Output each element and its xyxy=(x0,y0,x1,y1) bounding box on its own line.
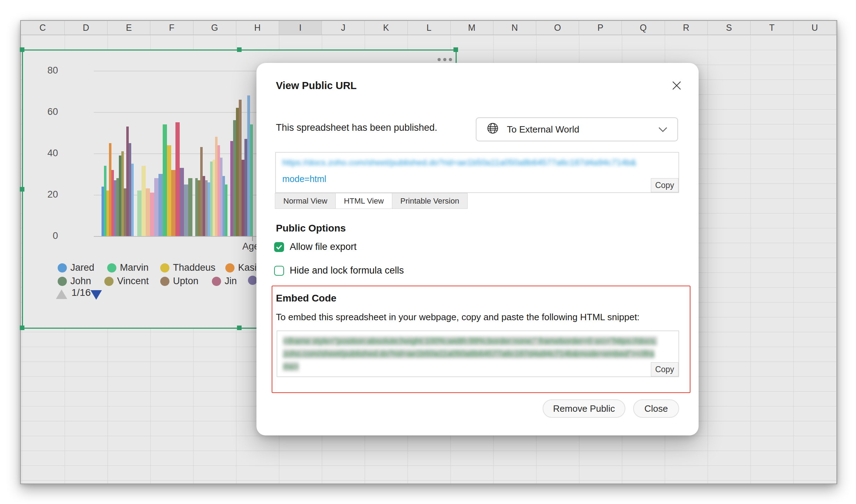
legend-dot-icon xyxy=(107,263,116,272)
audience-dropdown[interactable]: To External World xyxy=(476,117,678,141)
bar xyxy=(225,184,227,236)
y-axis-tick-label: 0 xyxy=(33,230,58,241)
legend-page-down-icon[interactable] xyxy=(91,290,102,300)
selection-handle-top-right[interactable] xyxy=(453,47,458,52)
bar xyxy=(171,170,175,236)
column-header-P[interactable]: P xyxy=(579,21,622,35)
y-axis-tick-label: 20 xyxy=(33,189,58,200)
bar xyxy=(210,162,213,236)
chart-x-axis-tick xyxy=(252,236,253,241)
bar xyxy=(180,168,184,236)
column-header-D[interactable]: D xyxy=(65,21,108,35)
chevron-down-icon xyxy=(658,124,667,135)
chart-options-ellipsis-icon[interactable] xyxy=(438,55,457,63)
bar xyxy=(126,127,129,236)
column-header-M[interactable]: M xyxy=(451,21,493,35)
tab-html-view[interactable]: HTML View xyxy=(335,193,392,209)
legend-label: Marvin xyxy=(120,262,149,273)
selection-handle-bottom-middle[interactable] xyxy=(237,326,242,330)
public-url-link[interactable]: https://docs.zoho.com/sheet/published.do… xyxy=(282,158,670,168)
checkbox-unchecked-icon[interactable] xyxy=(274,266,284,276)
legend-dot-icon xyxy=(104,277,114,286)
selection-handle-bottom-left[interactable] xyxy=(20,326,24,330)
bar xyxy=(208,182,210,236)
embed-snippet-text[interactable]: <iframe style="position:absolute;height:… xyxy=(283,335,660,373)
bar xyxy=(124,188,126,236)
option-label: Hide and lock formula cells xyxy=(290,265,404,276)
legend-entry-thaddeus: Thaddeus xyxy=(160,262,215,273)
column-header-G[interactable]: G xyxy=(193,21,236,35)
column-header-L[interactable]: L xyxy=(408,21,451,35)
column-header-K[interactable]: K xyxy=(365,21,407,35)
bar xyxy=(242,160,244,236)
legend-dot-icon xyxy=(248,276,257,285)
bar xyxy=(218,145,220,236)
bar xyxy=(137,191,141,236)
column-header-S[interactable]: S xyxy=(708,21,751,35)
bar xyxy=(205,180,208,236)
column-header-Q[interactable]: Q xyxy=(622,21,665,35)
legend-label: Upton xyxy=(173,276,198,287)
bar xyxy=(215,137,218,236)
column-header-T[interactable]: T xyxy=(751,21,793,35)
legend-label: Thaddeus xyxy=(173,262,215,273)
bar xyxy=(116,178,119,236)
legend-label: Vincent xyxy=(117,276,149,287)
bar xyxy=(244,139,247,236)
public-url-mode-param[interactable]: mode=html xyxy=(282,174,326,184)
bar-group-2 xyxy=(137,122,192,236)
bar xyxy=(200,147,203,236)
bar-group-3 xyxy=(195,137,227,236)
tab-printable-version[interactable]: Printable Version xyxy=(392,193,468,209)
column-header-I[interactable]: I xyxy=(279,21,322,35)
bar xyxy=(158,174,163,236)
column-header-O[interactable]: O xyxy=(536,21,579,35)
column-header-R[interactable]: R xyxy=(665,21,708,35)
column-header-J[interactable]: J xyxy=(322,21,365,35)
legend-entry-upton: Upton xyxy=(160,276,198,287)
option-label: Allow file export xyxy=(290,241,357,252)
bar xyxy=(119,156,121,236)
close-button[interactable]: Close xyxy=(633,399,679,418)
legend-label: Jared xyxy=(70,262,94,273)
view-public-url-dialog: View Public URL This spreadsheet has bee… xyxy=(256,63,699,435)
embed-snippet-box: <iframe style="position:absolute;height:… xyxy=(277,330,679,377)
bar xyxy=(167,145,171,236)
bar xyxy=(236,108,239,236)
checkbox-checked-icon[interactable] xyxy=(274,242,284,252)
legend-label: John xyxy=(70,276,91,287)
tab-normal-view[interactable]: Normal View xyxy=(275,193,336,209)
copy-url-button[interactable]: Copy xyxy=(651,178,678,192)
bar xyxy=(114,180,116,236)
column-header-H[interactable]: H xyxy=(236,21,279,35)
legend-entry-jared: Jared xyxy=(58,262,94,273)
public-url-box: https://docs.zoho.com/sheet/published.do… xyxy=(275,152,679,193)
bar xyxy=(203,176,205,236)
close-icon[interactable] xyxy=(670,78,684,93)
legend-dot-icon xyxy=(58,263,67,272)
column-header-N[interactable]: N xyxy=(493,21,536,35)
column-header-E[interactable]: E xyxy=(108,21,150,35)
legend-dot-icon xyxy=(160,263,169,272)
public-options-heading: Public Options xyxy=(276,223,346,234)
bar-group-4 xyxy=(230,95,253,236)
column-header-U[interactable]: U xyxy=(793,21,836,35)
y-axis-tick-label: 80 xyxy=(33,65,58,76)
embed-code-heading: Embed Code xyxy=(276,293,336,304)
legend-entry-marvin: Marvin xyxy=(107,262,149,273)
column-header-F[interactable]: F xyxy=(150,21,193,35)
bar xyxy=(195,178,198,236)
bar xyxy=(247,95,250,236)
selection-handle-top-middle[interactable] xyxy=(237,47,242,52)
column-header-C[interactable]: C xyxy=(21,21,65,35)
bar xyxy=(141,166,146,236)
remove-public-button[interactable]: Remove Public xyxy=(543,399,625,418)
selection-handle-top-left[interactable] xyxy=(20,47,24,52)
copy-embed-button[interactable]: Copy xyxy=(651,362,678,376)
selection-handle-middle-left[interactable] xyxy=(20,187,24,192)
legend-page-up-icon[interactable] xyxy=(56,289,67,299)
legend-dot-icon xyxy=(225,263,235,272)
bar xyxy=(233,120,236,236)
option-row: Hide and lock formula cells xyxy=(274,265,404,276)
bar xyxy=(131,164,134,236)
